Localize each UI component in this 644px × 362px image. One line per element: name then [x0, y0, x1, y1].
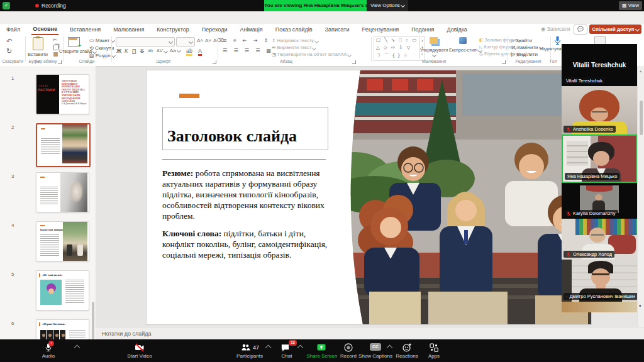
- video-tile-anzhelika[interactable]: Anzhelika Dosenko: [562, 86, 637, 134]
- reset-button[interactable]: ⟲ Скинути: [89, 45, 114, 51]
- notes-bar[interactable]: Нотатки до слайда: [96, 327, 644, 340]
- tab-home[interactable]: Основне: [31, 24, 58, 35]
- thumbnail-scrollbar[interactable]: [92, 302, 94, 339]
- paste-button[interactable]: [33, 37, 43, 50]
- chat-button[interactable]: Chat: [274, 353, 300, 359]
- tab-help[interactable]: Довідка: [445, 25, 468, 35]
- record-icon[interactable]: [343, 343, 353, 353]
- video-tile-oleksandr[interactable]: Олександр Холод: [562, 219, 637, 260]
- redo-button[interactable]: ↻: [6, 47, 12, 55]
- tab-animations[interactable]: Анімація: [238, 25, 264, 35]
- apps-icon[interactable]: [429, 343, 439, 353]
- scroll-down-arrow[interactable]: ▾: [639, 304, 641, 309]
- video-tile-partial[interactable]: [562, 302, 637, 312]
- tab-transitions[interactable]: Переходи: [201, 25, 229, 35]
- reactions-icon[interactable]: [402, 343, 412, 353]
- new-slide-label: Створити слайд: [59, 49, 88, 54]
- slide-thumbnail-2-selected[interactable]: [36, 123, 91, 167]
- tab-record[interactable]: Записати: [324, 25, 351, 35]
- format-painter-icon[interactable]: [53, 52, 58, 57]
- thumb-number: 6: [11, 321, 14, 326]
- clipboard-dialog-launcher[interactable]: [58, 60, 62, 64]
- audio-button[interactable]: Audio: [35, 353, 62, 359]
- thumb-number: 5: [11, 272, 14, 277]
- slide-body-text[interactable]: Резюме: робота спрямована на висвітлення…: [162, 168, 335, 267]
- arrange-button[interactable]: Упорядкувати: [416, 48, 452, 57]
- reactions-button[interactable]: Reactions: [390, 353, 424, 359]
- slide-title-box[interactable]: Заголовок слайда: [162, 107, 328, 150]
- new-slide-button[interactable]: +: [68, 37, 80, 47]
- security-shield-icon[interactable]: ✓: [3, 2, 10, 9]
- thumb-number: 4: [11, 222, 14, 228]
- share-screen-icon[interactable]: [316, 343, 326, 353]
- highlight-color-button[interactable]: ab: [186, 48, 192, 56]
- font-color-button[interactable]: A: [198, 48, 202, 56]
- change-case-button[interactable]: Aa: [170, 48, 180, 53]
- comments-button[interactable]: 💬: [574, 25, 587, 35]
- slide-thumbnail-4[interactable]: Багатство типажів: [36, 221, 89, 261]
- quick-styles-button[interactable]: Експрес-стилі: [449, 48, 477, 53]
- tab-view[interactable]: Подання: [410, 25, 435, 35]
- participants-icon[interactable]: [240, 343, 250, 353]
- zoom-bottom-toolbar: ! Audio Start Video 47 Participants 13 C…: [0, 339, 644, 362]
- video-tile-dmytro[interactable]: Дмитро Русланович Іванишин: [562, 260, 637, 302]
- list-indent-buttons[interactable]: ≣ ≡ ⇤ ⇥ ⇕: [223, 38, 270, 43]
- grow-font-button[interactable]: A˄: [197, 38, 203, 43]
- strikethrough-button[interactable]: S: [140, 48, 144, 54]
- shrink-font-button[interactable]: A˅: [205, 38, 211, 43]
- font-size-select[interactable]: [176, 37, 195, 47]
- layout-button[interactable]: ▭ Макет: [89, 38, 114, 43]
- apps-button[interactable]: Apps: [420, 353, 448, 359]
- font-name-select[interactable]: [116, 37, 175, 47]
- tab-slideshow[interactable]: Показ слайдів: [274, 25, 314, 35]
- copy-icon[interactable]: [53, 45, 58, 50]
- start-video-icon[interactable]: [135, 343, 145, 353]
- character-spacing-button[interactable]: АѴ: [157, 48, 167, 53]
- audio-options-chevron[interactable]: [74, 345, 80, 351]
- paragraph-dialog-launcher[interactable]: [352, 60, 356, 64]
- text-direction-button[interactable]: ⇕ Напрямок тексту: [272, 38, 318, 43]
- slide-title: Заголовок слайда: [167, 127, 297, 146]
- slide-thumbnail-3[interactable]: [36, 172, 89, 212]
- drawing-dialog-launcher[interactable]: [502, 60, 506, 64]
- align-text-button[interactable]: ⇹ Вирівняти текст: [272, 45, 316, 50]
- select-button[interactable]: ▷ Виділити: [511, 52, 538, 57]
- find-button[interactable]: ⌕ Знайти: [511, 38, 532, 44]
- video-tile-vitalii[interactable]: Vitalii Tereshchuk Vitalii Tereshchuk: [562, 44, 637, 86]
- divider: [218, 36, 218, 62]
- smartart-button[interactable]: ⬔ Перетворити на об'єкт SmartArt: [272, 52, 351, 57]
- start-video-button[interactable]: Start Video: [116, 353, 163, 359]
- bold-button[interactable]: Ж: [116, 48, 121, 54]
- font-dialog-launcher[interactable]: [213, 60, 216, 64]
- dictate-microphone-icon[interactable]: [554, 36, 561, 45]
- undo-button[interactable]: ↶: [6, 37, 12, 45]
- tab-insert[interactable]: Вставлення: [69, 25, 102, 35]
- ribbon-record-button[interactable]: ◉ Записати: [541, 26, 570, 32]
- video-tile-yana-active-speaker[interactable]: Яна Назарівна Мицько: [562, 134, 637, 183]
- scroll-up-arrow[interactable]: ▴: [640, 69, 641, 73]
- chat-options-chevron[interactable]: [297, 345, 304, 351]
- underline-button[interactable]: П: [132, 48, 136, 54]
- tab-file[interactable]: Файл: [5, 25, 21, 35]
- captions-options-chevron[interactable]: [387, 345, 393, 351]
- tab-design[interactable]: Конструктор: [155, 25, 190, 35]
- italic-button[interactable]: К: [125, 48, 128, 54]
- tab-review[interactable]: Рецензування: [360, 25, 400, 35]
- scrollbar-thumb[interactable]: [640, 101, 643, 135]
- slide-thumbnail-1[interactable]: ПЕРШІ ЛАСТІVКИ АКТУАЛЬНІ НАРАТИВИ У ФОРМ…: [36, 74, 89, 114]
- slide-thumbnail-5[interactable]: «Не такі як всі»: [36, 270, 89, 310]
- video-tile-karyna[interactable]: Karyna Dolomanzhy: [562, 183, 637, 219]
- replace-button[interactable]: ⇄ Замінити: [511, 45, 543, 50]
- view-button[interactable]: ▦ View: [619, 1, 642, 10]
- participants-button[interactable]: Participants: [226, 353, 273, 359]
- text-shadow-button[interactable]: ab: [148, 48, 153, 53]
- cut-icon[interactable]: ✂: [53, 37, 57, 43]
- share-access-button[interactable]: Спільний доступ: [589, 25, 641, 34]
- participant-name-label: Karyna Dolomanzhy: [564, 210, 618, 217]
- participants-options-chevron[interactable]: [265, 345, 272, 351]
- document-scrollbar[interactable]: ▴ ▾: [637, 66, 644, 327]
- align-buttons[interactable]: ☰ ☰ ☰ ☰ ▦: [223, 48, 274, 53]
- view-options-button[interactable]: View Options: [367, 0, 408, 11]
- tab-draw[interactable]: Малювання: [112, 25, 145, 35]
- captions-cc-icon[interactable]: CC: [370, 343, 381, 351]
